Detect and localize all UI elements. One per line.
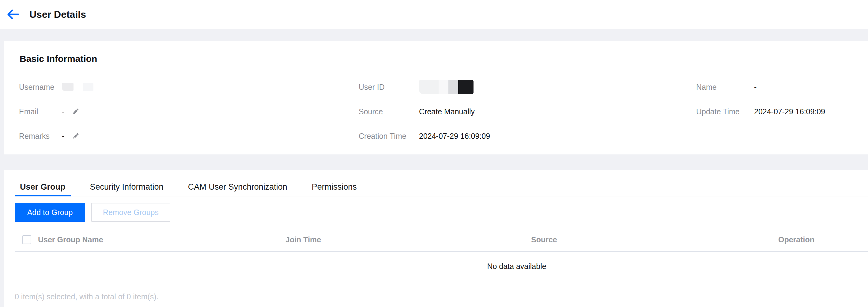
remove-groups-button[interactable]: Remove Groups [91,203,170,222]
user-id-label: User ID [359,83,419,92]
select-all-checkbox[interactable] [22,235,31,244]
redaction-block [62,83,73,91]
source-value: Create Manually [419,107,475,116]
source-label: Source [359,107,419,116]
pencil-icon [71,132,80,140]
redaction-block [83,83,93,91]
remarks-value: - [62,132,64,141]
username-redacted-value [62,83,93,91]
add-to-group-button[interactable]: Add to Group [15,203,85,222]
tab-bar: User Group Security Information CAM User… [15,170,868,196]
edit-remarks-button[interactable] [71,131,80,141]
pencil-icon [71,107,80,116]
basic-info-card: Basic Information Username Email - [4,41,868,154]
basic-info-heading: Basic Information [20,54,868,64]
creation-time-label: Creation Time [359,132,419,141]
column-header-source: Source [531,235,778,244]
email-row: Email - [19,99,356,124]
name-value: - [754,83,756,92]
empty-table-row: No data available [15,252,868,281]
column-header-join-time: Join Time [285,235,531,244]
update-time-row: Update Time 2024-07-29 16:09:09 [696,99,868,124]
edit-email-button[interactable] [71,107,80,116]
tab-security-information[interactable]: Security Information [85,178,169,196]
email-value: - [62,107,64,116]
page-title: User Details [29,9,86,20]
name-row: Name - [696,75,868,99]
redaction-block [419,80,473,94]
column-header-operation: Operation [778,235,868,244]
basic-info-column-left: Username Email - [19,75,356,148]
creation-time-row: Creation Time 2024-07-29 16:09:09 [359,124,692,148]
remarks-row: Remarks - [19,124,356,148]
update-time-value: 2024-07-29 16:09:09 [754,107,825,116]
tab-user-group[interactable]: User Group [15,178,71,196]
user-id-row: User ID [359,75,692,99]
username-label: Username [19,83,62,92]
basic-info-column-middle: User ID Source Create Manually Creation … [359,75,692,148]
username-row: Username [19,75,356,99]
selection-summary: 0 item(s) selected, with a total of 0 it… [15,292,868,301]
remarks-label: Remarks [19,132,62,141]
name-label: Name [696,83,754,92]
back-button[interactable] [6,7,20,22]
tab-cam-user-synchronization[interactable]: CAM User Synchronization [183,178,292,196]
group-table-header: User Group Name Join Time Source Operati… [15,228,868,252]
arrow-left-icon [7,9,19,20]
basic-info-grid: Username Email - [4,75,868,148]
tab-permissions[interactable]: Permissions [307,178,362,196]
source-row: Source Create Manually [359,99,692,124]
header-checkbox-cell [15,235,38,244]
group-table: User Group Name Join Time Source Operati… [15,228,868,301]
column-header-user-group-name: User Group Name [38,235,285,244]
email-label: Email [19,107,62,116]
no-data-message: No data available [487,262,546,271]
page-header: User Details [0,0,868,29]
basic-info-column-right: Name - Update Time 2024-07-29 16:09:09 [696,75,868,124]
update-time-label: Update Time [696,107,754,116]
user-group-card: User Group Security Information CAM User… [4,170,868,307]
user-id-redacted-value [419,80,473,94]
group-actions: Add to Group Remove Groups [15,203,868,222]
creation-time-value: 2024-07-29 16:09:09 [419,132,490,141]
